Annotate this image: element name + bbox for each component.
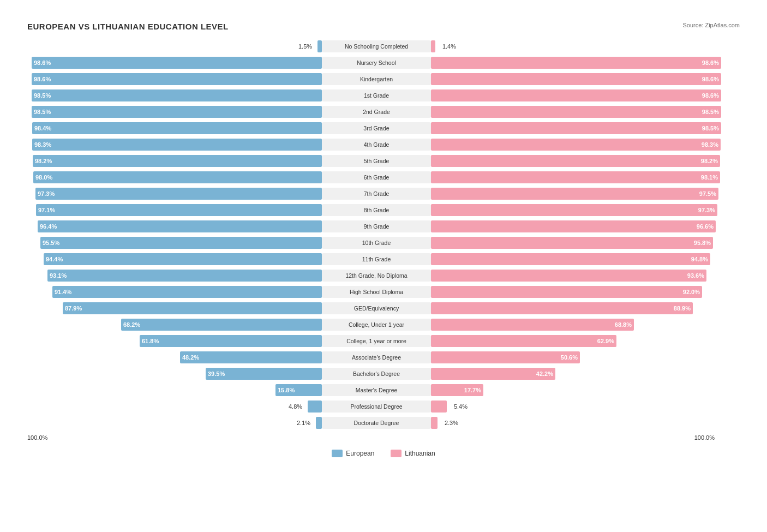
bar-blue bbox=[33, 171, 322, 183]
val-left: 39.5% bbox=[208, 370, 225, 377]
val-right: 88.9% bbox=[674, 305, 691, 312]
bar-blue bbox=[32, 122, 322, 134]
val-left: 93.1% bbox=[50, 272, 67, 279]
val-left: 98.5% bbox=[34, 109, 51, 115]
val-left: 1.5% bbox=[298, 43, 312, 50]
val-right: 98.5% bbox=[702, 109, 719, 115]
bar-label: 8th Grade bbox=[322, 204, 431, 216]
legend-color-european bbox=[332, 450, 343, 457]
bar-pink bbox=[431, 253, 710, 265]
bar-pink bbox=[431, 89, 721, 101]
bar-row: 94.4%11th Grade94.8% bbox=[27, 252, 740, 266]
val-right: 17.7% bbox=[464, 387, 481, 393]
val-right: 68.8% bbox=[615, 321, 632, 328]
bar-label: Doctorate Degree bbox=[322, 417, 431, 429]
bar-blue bbox=[140, 335, 322, 347]
bar-pink bbox=[431, 106, 721, 118]
bar-pink bbox=[431, 139, 721, 151]
bar-blue bbox=[47, 270, 322, 282]
bar-blue bbox=[180, 351, 322, 363]
bar-pink bbox=[431, 220, 716, 232]
bar-blue bbox=[63, 302, 322, 314]
bar-blue bbox=[35, 188, 322, 200]
bar-label: GED/Equivalency bbox=[322, 302, 431, 314]
bar-label: 11th Grade bbox=[322, 253, 431, 265]
bar-blue bbox=[40, 237, 322, 249]
bar-row: 1.5%No Schooling Completed1.4% bbox=[27, 39, 740, 53]
bar-blue bbox=[32, 106, 322, 118]
bar-blue bbox=[32, 57, 322, 69]
bar-label: 2nd Grade bbox=[322, 106, 431, 118]
bar-label: 1st Grade bbox=[322, 89, 431, 101]
val-right: 98.5% bbox=[702, 125, 719, 131]
chart-source: Source: ZipAtlas.com bbox=[682, 22, 740, 28]
bar-pink bbox=[431, 335, 616, 347]
bar-label: 6th Grade bbox=[322, 171, 431, 183]
bar-blue bbox=[52, 286, 322, 298]
bar-blue bbox=[32, 73, 322, 85]
val-left: 2.1% bbox=[297, 420, 310, 426]
bars-area: 1.5%No Schooling Completed1.4%98.6%Nurse… bbox=[27, 39, 740, 430]
val-right: 97.5% bbox=[699, 190, 716, 197]
val-left: 87.9% bbox=[65, 305, 82, 312]
bar-pink bbox=[431, 351, 580, 363]
bar-label: High School Diploma bbox=[322, 286, 431, 298]
bar-row: 98.5%1st Grade98.6% bbox=[27, 88, 740, 103]
axis-row: 100.0% 100.0% bbox=[27, 432, 740, 443]
legend-label-european: European bbox=[346, 450, 374, 457]
bar-row: 4.8%Professional Degree5.4% bbox=[27, 399, 740, 414]
val-left: 98.4% bbox=[34, 125, 51, 131]
val-right: 98.6% bbox=[702, 59, 719, 66]
val-left: 96.4% bbox=[40, 223, 57, 230]
val-left: 98.6% bbox=[34, 76, 51, 82]
bar-label: 4th Grade bbox=[322, 139, 431, 151]
bar-row: 39.5%Bachelor's Degree42.2% bbox=[27, 367, 740, 381]
bar-blue bbox=[33, 155, 322, 167]
val-left: 4.8% bbox=[289, 403, 302, 410]
val-right: 1.4% bbox=[442, 43, 456, 50]
bar-label: Professional Degree bbox=[322, 401, 431, 413]
bar-row: 96.4%9th Grade96.6% bbox=[27, 219, 740, 234]
bar-pink bbox=[431, 188, 718, 200]
bar-label: Bachelor's Degree bbox=[322, 368, 431, 380]
val-right: 5.4% bbox=[454, 403, 468, 410]
bar-row: 91.4%High School Diploma92.0% bbox=[27, 285, 740, 299]
bar-pink bbox=[431, 401, 447, 413]
bar-pink bbox=[431, 155, 720, 167]
val-left: 95.5% bbox=[43, 240, 59, 246]
bar-row: 98.6%Nursery School98.6% bbox=[27, 56, 740, 70]
bar-row: 48.2%Associate's Degree50.6% bbox=[27, 350, 740, 364]
bar-label: 7th Grade bbox=[322, 188, 431, 200]
bar-row: 98.0%6th Grade98.1% bbox=[27, 170, 740, 184]
legend: European Lithuanian bbox=[27, 450, 740, 457]
bar-label: Master's Degree bbox=[322, 384, 431, 396]
bar-pink bbox=[431, 204, 717, 216]
val-right: 95.8% bbox=[694, 240, 711, 246]
bar-blue bbox=[308, 401, 322, 413]
val-right: 93.6% bbox=[687, 272, 704, 279]
chart-container: EUROPEAN VS LITHUANIAN EDUCATION LEVEL S… bbox=[11, 11, 756, 474]
bar-row: 68.2%College, Under 1 year68.8% bbox=[27, 318, 740, 332]
val-right: 2.3% bbox=[445, 420, 458, 426]
bar-pink bbox=[431, 57, 721, 69]
bar-pink bbox=[431, 319, 634, 331]
bar-row: 97.1%8th Grade97.3% bbox=[27, 203, 740, 217]
val-right: 94.8% bbox=[691, 256, 708, 262]
val-right: 96.6% bbox=[697, 223, 714, 230]
bar-blue bbox=[32, 139, 322, 151]
val-left: 98.0% bbox=[35, 174, 52, 181]
bar-row: 98.4%3rd Grade98.5% bbox=[27, 121, 740, 135]
val-left: 98.5% bbox=[34, 92, 51, 99]
bar-blue bbox=[38, 220, 322, 232]
bar-pink bbox=[431, 270, 706, 282]
legend-lithuanian: Lithuanian bbox=[391, 450, 435, 457]
bar-label: 3rd Grade bbox=[322, 122, 431, 134]
val-left: 68.2% bbox=[123, 321, 140, 328]
bar-pink bbox=[431, 237, 713, 249]
val-left: 15.8% bbox=[278, 387, 295, 393]
bar-row: 98.3%4th Grade98.3% bbox=[27, 138, 740, 152]
val-left: 48.2% bbox=[182, 354, 199, 361]
val-right: 62.9% bbox=[597, 338, 614, 344]
bar-row: 98.5%2nd Grade98.5% bbox=[27, 105, 740, 119]
bar-label: 9th Grade bbox=[322, 220, 431, 232]
